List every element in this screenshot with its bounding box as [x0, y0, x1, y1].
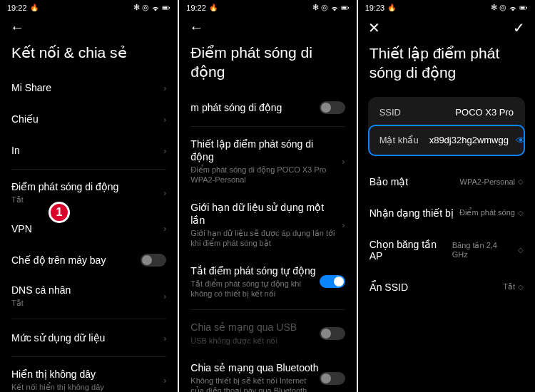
row-label: m phát sóng di động: [190, 101, 282, 114]
nav-bar: ✕ ✓: [358, 14, 535, 41]
row-label: Bảo mật: [370, 176, 409, 187]
chevron-right-icon: ›: [342, 156, 345, 167]
page-title: Kết nối & chia sẻ: [0, 40, 178, 72]
nav-bar: ←: [0, 14, 178, 40]
chevron-updown-icon: ◇: [518, 209, 524, 217]
row-sublabel: Điểm phát sóng di động POCO X3 Pro WPA2-…: [190, 165, 337, 185]
status-time: 19:22: [186, 4, 206, 12]
ssid-value: POCO X3 Pro: [429, 107, 514, 118]
chevron-right-icon: ›: [163, 145, 166, 156]
divider: [190, 126, 345, 127]
chevron-right-icon: ›: [163, 333, 166, 344]
bluetooth-toggle[interactable]: [320, 372, 345, 385]
battery-icon: [519, 4, 528, 12]
svg-rect-1: [163, 6, 168, 9]
back-icon[interactable]: ←: [10, 19, 24, 36]
password-label: Mật khẩu: [379, 135, 422, 145]
row-sublabel: USB không được kết nối: [190, 336, 319, 346]
chevron-right-icon: ›: [163, 291, 166, 301]
row-bluetooth-tether[interactable]: Chia sẻ mạng qua Bluetooth Không thiết b…: [179, 354, 356, 392]
row-label: Tắt điểm phát sóng tự động: [190, 264, 319, 277]
status-icons: ✻◎: [312, 3, 350, 12]
step-badge-1: 1: [49, 202, 70, 223]
status-icons: ✻◎: [133, 3, 170, 12]
svg-rect-4: [342, 6, 346, 9]
back-icon[interactable]: ←: [189, 19, 203, 36]
row-airplane[interactable]: Chế độ trên máy bay: [0, 244, 178, 276]
row-security[interactable]: Bảo mật WPA2-Personal◇: [358, 166, 535, 197]
check-icon[interactable]: ✓: [513, 19, 525, 36]
divider: [11, 169, 166, 170]
battery-icon: [341, 4, 350, 12]
row-label: Chọn băng tần AP: [370, 239, 452, 262]
row-cast[interactable]: Chiếu ›: [0, 103, 178, 135]
row-label: Nhận dạng thiết bị: [370, 207, 454, 219]
row-label: Ẩn SSID: [370, 282, 408, 293]
input-card: SSID POCO X3 Pro Mật khẩu x89dj32hg2wmwg…: [368, 97, 525, 156]
svg-rect-8: [526, 7, 527, 9]
status-bar: 19:22 🔥 ✻◎: [0, 0, 178, 14]
row-hide-ssid[interactable]: Ẩn SSID Tắt◇: [358, 272, 535, 303]
ssid-label: SSID: [379, 107, 422, 118]
row-mishare[interactable]: Mi Share ›: [0, 72, 178, 103]
chevron-right-icon: ›: [163, 187, 166, 198]
hotspot-toggle[interactable]: [320, 101, 345, 114]
close-icon[interactable]: ✕: [368, 19, 380, 36]
row-sublabel: Giới hạn dữ liệu sẽ được áp dụng lần tới…: [190, 228, 337, 249]
ssid-field[interactable]: SSID POCO X3 Pro: [370, 98, 524, 126]
row-sublabel: Tắt: [11, 298, 159, 308]
row-hotspot[interactable]: Điểm phát sóng di động Tắt ›: [0, 172, 178, 212]
password-value: x89dj32hg2wmwgg: [429, 135, 509, 145]
row-data-usage[interactable]: Mức sử dụng dữ liệu ›: [0, 322, 178, 354]
divider: [11, 319, 166, 319]
fire-icon: 🔥: [30, 4, 39, 11]
row-label: Thiết lập điểm phát sóng di động: [190, 138, 337, 163]
airplane-toggle[interactable]: [141, 254, 166, 267]
password-field[interactable]: Mật khẩu x89dj32hg2wmwgg 👁: [368, 125, 525, 156]
chevron-updown-icon: ◇: [518, 246, 524, 254]
chevron-right-icon: ›: [342, 220, 345, 230]
chevron-right-icon: ›: [163, 375, 166, 386]
fire-icon: 🔥: [209, 4, 218, 11]
svg-rect-5: [348, 7, 349, 9]
status-icons: ✻◎: [491, 3, 528, 12]
row-ap-band[interactable]: Chọn băng tần AP Băng tần 2,4 GHz◇: [358, 229, 535, 272]
wifi-icon: [330, 4, 339, 12]
chevron-updown-icon: ◇: [518, 283, 524, 291]
row-label: DNS cá nhân: [11, 284, 159, 296]
battery-icon: [162, 4, 170, 12]
row-print[interactable]: In ›: [0, 135, 178, 166]
svg-rect-2: [169, 7, 170, 9]
chevron-updown-icon: ◇: [518, 177, 524, 185]
chevron-right-icon: ›: [163, 223, 166, 234]
status-bar: 19:22 🔥 ✻◎: [179, 0, 356, 14]
page-title: Điểm phát sóng di động: [179, 40, 356, 92]
fire-icon: 🔥: [387, 4, 396, 11]
row-sublabel: Tắt: [11, 195, 159, 205]
row-label: Mức sử dụng dữ liệu: [11, 331, 105, 344]
row-value: Băng tần 2,4 GHz: [452, 241, 515, 259]
row-dns[interactable]: DNS cá nhân Tắt ›: [0, 276, 178, 316]
row-device-id[interactable]: Nhận dạng thiết bị Điểm phát sóng◇: [358, 197, 535, 229]
row-label: Chiếu: [11, 113, 39, 125]
row-label: Chia sẻ mạng qua Bluetooth: [190, 361, 319, 374]
row-hotspot-enable[interactable]: m phát sóng di động: [179, 92, 356, 123]
row-label: Điểm phát sóng di động: [11, 180, 159, 193]
row-label: In: [11, 144, 20, 157]
row-label: Giới hạn dữ liệu sử dụng một lần: [190, 201, 337, 227]
usb-toggle: [320, 327, 345, 340]
row-sublabel: Kết nối hiển thị không dây: [11, 382, 159, 392]
row-wireless-display[interactable]: Hiển thị không dây Kết nối hiển thị khôn…: [0, 360, 178, 392]
row-data-limit[interactable]: Giới hạn dữ liệu sử dụng một lần Giới hạ…: [179, 193, 356, 257]
row-setup-hotspot[interactable]: Thiết lập điểm phát sóng di động Điểm ph…: [179, 130, 356, 193]
row-vpn[interactable]: VPN ›: [0, 213, 178, 244]
wifi-icon: [509, 4, 517, 12]
eye-icon[interactable]: 👁: [516, 135, 526, 146]
status-time: 19:23: [365, 4, 385, 12]
auto-off-toggle[interactable]: [320, 275, 345, 288]
row-value: Tắt: [503, 282, 515, 292]
nav-bar: ←: [179, 14, 356, 40]
row-auto-off[interactable]: Tắt điểm phát sóng tự động Tắt điểm phát…: [179, 257, 356, 307]
row-label: Hiển thị không dây: [11, 368, 159, 381]
chevron-right-icon: ›: [163, 83, 166, 93]
